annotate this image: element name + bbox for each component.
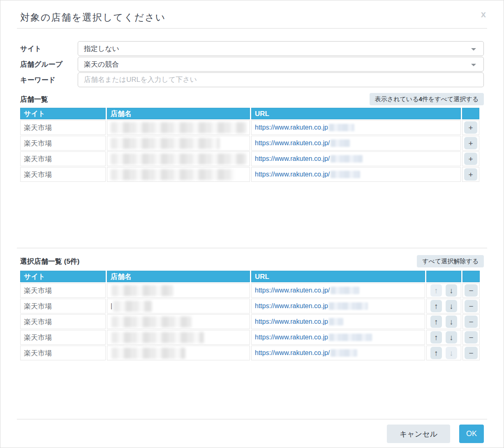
group-select-value: 楽天の競合 xyxy=(84,60,119,69)
remove-store-button[interactable]: − xyxy=(465,300,478,312)
site-label: サイト xyxy=(20,44,78,53)
redacted-store-name xyxy=(111,348,185,359)
move-up-button[interactable]: ↑ xyxy=(430,300,442,312)
caret-down-icon xyxy=(471,64,476,66)
move-down-button[interactable]: ↓ xyxy=(446,316,457,328)
redacted-url-part xyxy=(331,155,363,162)
selected-list-heading: 選択店舗一覧 (5件) xyxy=(20,257,80,266)
section-divider xyxy=(17,248,487,248)
store-name-cell: | xyxy=(107,299,250,313)
keyword-row: キーワード xyxy=(20,72,484,87)
store-remove-cell: − xyxy=(462,330,480,345)
redacted-store-name xyxy=(113,301,152,312)
store-site-cell: 楽天市場 xyxy=(20,136,106,151)
store-move-cell: ↑ ↓ xyxy=(426,299,461,313)
move-down-button[interactable]: ↓ xyxy=(446,300,457,312)
deselect-all-button[interactable]: すべて選択解除する xyxy=(417,255,484,267)
store-action-cell: + xyxy=(462,136,479,151)
redacted-store-name xyxy=(111,122,246,133)
store-move-cell: ↑ ↓ xyxy=(426,314,461,329)
store-url-link[interactable]: https://www.rakuten.co.jp xyxy=(255,124,328,131)
store-url-link[interactable]: https://www.rakuten.co.jp xyxy=(255,318,328,325)
store-action-cell: + xyxy=(462,151,479,166)
remove-header-cell xyxy=(462,271,480,282)
store-name-cell xyxy=(107,120,250,135)
store-site-cell: 楽天市場 xyxy=(20,283,106,298)
store-site-cell: 楽天市場 xyxy=(20,346,106,360)
add-store-button[interactable]: + xyxy=(464,121,477,134)
store-url-cell: https://www.rakuten.co.jp/ xyxy=(251,346,425,360)
add-store-button[interactable]: + xyxy=(464,168,477,181)
store-url-link[interactable]: https://www.rakuten.co.jp/ xyxy=(255,139,330,147)
store-url-link[interactable]: https://www.rakuten.co.jp xyxy=(255,302,328,310)
store-site-cell: 楽天市場 xyxy=(20,167,106,182)
filter-form: サイト 指定しない 店舗グループ 楽天の競合 キーワード xyxy=(20,41,484,87)
redacted-store-name xyxy=(111,316,192,327)
redacted-store-name xyxy=(111,169,234,180)
store-name-cell xyxy=(107,151,250,166)
store-url-cell: https://www.rakuten.co.jp/ xyxy=(251,167,461,182)
store-name-cell xyxy=(107,167,250,182)
actions-header-cell xyxy=(462,108,479,119)
ok-button[interactable]: OK xyxy=(459,425,484,443)
store-url-link[interactable]: https://www.rakuten.co.jp xyxy=(255,334,328,341)
close-button[interactable]: x xyxy=(481,10,486,19)
select-all-button[interactable]: 表示されている4件をすべて選択する xyxy=(370,93,484,105)
redacted-store-name xyxy=(111,153,246,165)
site-row: サイト 指定しない xyxy=(20,41,484,56)
remove-store-button[interactable]: − xyxy=(465,347,478,359)
group-select[interactable]: 楽天の競合 xyxy=(78,57,484,72)
store-name-cell xyxy=(107,330,250,345)
move-down-button[interactable]: ↓ xyxy=(446,284,457,297)
store-url-link[interactable]: https://www.rakuten.co.jp/ xyxy=(255,287,330,294)
store-site-cell: 楽天市場 xyxy=(20,330,106,345)
dialog-footer: キャンセル OK xyxy=(20,425,484,443)
redacted-url-part xyxy=(329,334,372,341)
redacted-store-name xyxy=(111,285,173,296)
title-divider xyxy=(17,28,487,29)
store-site-cell: 楽天市場 xyxy=(20,151,106,166)
move-down-button: ↓ xyxy=(446,347,457,359)
redacted-url-part xyxy=(329,124,354,131)
site-header-cell: サイト xyxy=(20,271,106,282)
store-remove-cell: − xyxy=(462,314,480,329)
group-row: 店舗グループ 楽天の競合 xyxy=(20,57,484,72)
redacted-url-part xyxy=(331,139,350,147)
remove-store-button[interactable]: − xyxy=(465,331,478,344)
store-name-cell xyxy=(107,314,250,329)
footer-divider xyxy=(17,419,487,420)
move-up-button[interactable]: ↑ xyxy=(430,331,442,344)
url-header-cell: URL xyxy=(251,108,461,119)
keyword-input[interactable] xyxy=(78,72,484,87)
store-site-cell: 楽天市場 xyxy=(20,314,106,329)
store-url-cell: https://www.rakuten.co.jp xyxy=(251,120,461,135)
store-remove-cell: − xyxy=(462,299,480,313)
store-url-cell: https://www.rakuten.co.jp xyxy=(251,314,425,329)
store-url-cell: https://www.rakuten.co.jp xyxy=(251,299,425,313)
redacted-url-part xyxy=(331,287,359,294)
site-select-value: 指定しない xyxy=(84,44,119,53)
site-header-cell: サイト xyxy=(20,108,106,119)
store-url-cell: https://www.rakuten.co.jp/ xyxy=(251,283,425,298)
remove-store-button[interactable]: − xyxy=(465,284,478,297)
store-remove-cell: − xyxy=(462,283,480,298)
move-up-button[interactable]: ↑ xyxy=(430,347,442,359)
move-header-cell xyxy=(426,271,461,282)
store-name-fragment: | xyxy=(111,302,112,310)
close-icon: x xyxy=(481,9,486,19)
move-down-button[interactable]: ↓ xyxy=(446,331,457,344)
redacted-url-part xyxy=(329,302,368,310)
store-url-link[interactable]: https://www.rakuten.co.jp/ xyxy=(255,349,330,357)
store-url-link[interactable]: https://www.rakuten.co.jp/ xyxy=(255,155,330,162)
store-url-cell: https://www.rakuten.co.jp/ xyxy=(251,136,461,151)
site-select[interactable]: 指定しない xyxy=(78,41,484,56)
store-url-link[interactable]: https://www.rakuten.co.jp/ xyxy=(255,171,330,178)
move-up-button[interactable]: ↑ xyxy=(430,316,442,328)
add-store-button[interactable]: + xyxy=(464,153,477,165)
store-action-cell: + xyxy=(462,167,479,182)
cancel-button[interactable]: キャンセル xyxy=(387,425,450,443)
add-store-button[interactable]: + xyxy=(464,137,477,149)
remove-store-button[interactable]: − xyxy=(465,316,478,328)
store-move-cell: ↑ ↓ xyxy=(426,283,461,298)
redacted-store-name xyxy=(111,332,204,343)
